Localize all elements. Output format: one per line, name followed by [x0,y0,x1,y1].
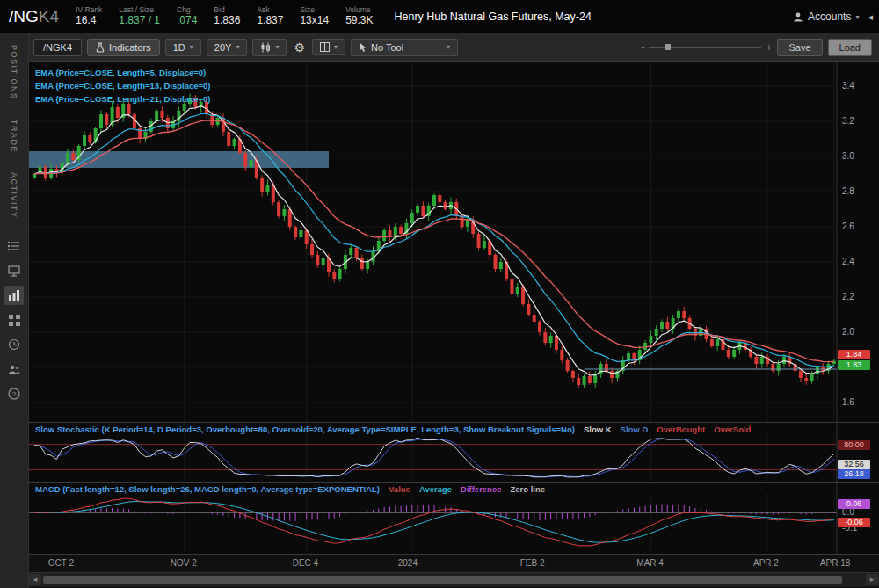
slow-d-legend: Slow D [621,425,649,434]
accounts-label: Accounts [808,11,851,23]
zoom-in-icon[interactable]: + [766,41,772,54]
svg-text:2.0: 2.0 [842,327,854,337]
header-field-chg: Chg.074 [177,6,197,27]
chevron-down-icon: ▾ [275,43,279,51]
time-axis-label: OCT 2 [48,558,74,568]
time-axis-label: NOV 2 [171,558,197,568]
time-axis-label: MAR 4 [636,558,664,568]
macd-title: MACD (Fast length=12, Slow length=26, MA… [35,484,380,494]
bid-price-tag: 1.83 [838,360,870,370]
macd-difference-tag: 0.06 [838,499,870,509]
symbol-title: /NGK4 [9,7,59,26]
chart-workspace: /NGK4 Indicators 1D▾ 20Y▾ ▾ ⚙ ▾ No Tool … [28,33,879,588]
user-icon [793,11,803,22]
indicators-button[interactable]: Indicators [87,39,160,56]
svg-text:2.8: 2.8 [842,186,854,196]
settings-gear-icon[interactable]: ⚙ [292,40,307,54]
zero-line-legend: Zero line [511,484,546,494]
value-legend: Value [389,484,410,494]
header-field-iv-rank: IV Rank16.4 [76,6,102,27]
left-sidebar: POSITIONS TRADE ACTIVITY ? [0,33,29,588]
charts-icon[interactable] [4,286,24,305]
scroll-left-icon[interactable]: ◂ [29,574,41,585]
help-icon[interactable]: ? [4,384,24,403]
chevron-down-icon: ▾ [236,43,239,51]
load-button[interactable]: Load [828,39,872,56]
header-field-size: Size13x14 [300,6,329,27]
time-axis-label: APR 2 [753,558,779,568]
svg-text:2.2: 2.2 [842,292,854,301]
ema13-label: EMA (Price=CLOSE, Length=13, Displace=0) [35,81,210,91]
sidebar-tab-positions[interactable]: POSITIONS [10,33,18,108]
study-labels: EMA (Price=CLOSE, Length=5, Displace=0) … [35,68,210,104]
ask-price-tag: 1.84 [838,350,870,359]
price-chart-panel: 3.43.23.02.82.62.42.22.01.81.6 EMA (Pric… [28,62,879,422]
timeframe-dropdown[interactable]: 1D▾ [165,39,201,56]
stochastic-header: Slow Stochastic (K Period=14, D Period=3… [35,425,751,434]
scroll-right-icon[interactable]: ▸ [866,574,878,585]
ema21-label: EMA (Price=CLOSE, Length=21, Displace=0) [35,94,210,104]
zoom-out-icon[interactable]: - [641,41,644,54]
macd-header: MACD (Fast length=12, Slow length=26, MA… [35,484,545,494]
indicators-label: Indicators [109,42,151,53]
svg-text:2.6: 2.6 [842,221,854,231]
overbought-level-tag: 80.00 [838,440,870,450]
svg-text:3.2: 3.2 [842,116,854,126]
watchlist-icon[interactable] [4,236,24,256]
oversold-legend: OverSold [714,425,751,434]
contract-description: Henry Hub Natural Gas Futures, May-24 [394,11,591,23]
sidebar-tab-trade[interactable]: TRADE [10,108,18,161]
macd-value-tag: -0.06 [838,518,870,527]
community-icon[interactable] [4,359,24,379]
symbol-tab[interactable]: /NGK4 [33,39,82,56]
header-field-ask: Ask1.837 [257,6,283,27]
time-axis-label: 2024 [398,558,418,568]
macd-panel: MACD (Fast length=12, Slow length=26, MA… [28,482,879,555]
history-clock-icon[interactable] [4,335,24,354]
header-field-volume: Volume59.3K [345,6,373,27]
svg-text:2.4: 2.4 [842,257,854,266]
sidebar-tab-activity[interactable]: ACTIVITY [10,161,18,227]
symbol-root: /NG [9,7,39,25]
chevron-down-icon: ▾ [190,43,193,51]
collapse-panel-icon[interactable]: ◂ [868,11,873,23]
chart-style-dropdown[interactable]: ▾ [252,39,287,56]
apps-grid-icon[interactable] [4,310,24,330]
svg-text:3.4: 3.4 [842,81,854,91]
difference-legend: Difference [461,484,501,494]
time-axis-label: APR 18 [820,558,850,568]
chevron-down-icon: ▾ [334,43,338,51]
layout-grid-dropdown[interactable]: ▾ [312,39,345,55]
chart-toolbar: /NGK4 Indicators 1D▾ 20Y▾ ▾ ⚙ ▾ No Tool … [28,33,879,62]
time-axis-label: DEC 4 [293,558,318,568]
candlestick-icon [260,42,271,53]
svg-text:1.6: 1.6 [842,397,854,407]
time-axis-label: FEB 2 [520,558,545,568]
header-field-bid: Bid1.836 [214,6,240,27]
accounts-menu[interactable]: Accounts ▾ [793,11,859,23]
svg-text:0.0: 0.0 [842,507,854,517]
symbol-month: K4 [39,7,59,25]
time-axis: OCT 2NOV 2DEC 42024FEB 2MAR 4APR 2APR 18 [28,554,879,573]
monitor-icon[interactable] [4,261,24,280]
zoom-knob[interactable] [665,44,671,50]
header-bar: /NGK4 IV Rank16.4 Last / Size1.837 / 1 C… [0,0,879,33]
stochastic-title: Slow Stochastic (K Period=14, D Period=3… [35,425,575,434]
grid-layout-icon [320,42,330,52]
range-dropdown[interactable]: 20Y▾ [207,39,248,56]
horizontal-scrollbar[interactable]: ◂ ▸ [28,572,879,587]
overbought-legend: OverBought [657,425,705,434]
zoom-track[interactable] [649,47,761,48]
drawing-tool-dropdown[interactable]: No Tool ▾ [351,39,458,56]
zoom-slider[interactable]: - + [641,41,772,54]
save-button[interactable]: Save [777,39,822,56]
slow-k-legend: Slow K [584,425,612,434]
scrollbar-thumb[interactable] [43,576,842,584]
slow-k-value-tag: 32.56 [838,460,870,469]
ema5-label: EMA (Price=CLOSE, Length=5, Displace=0) [35,68,210,77]
svg-text:3.0: 3.0 [842,151,854,161]
candlestick-chart[interactable]: 3.43.23.02.82.62.42.22.01.81.6 [28,62,879,422]
average-legend: Average [419,484,452,494]
slow-d-value-tag: 26.18 [838,469,870,479]
flask-icon [96,42,105,53]
